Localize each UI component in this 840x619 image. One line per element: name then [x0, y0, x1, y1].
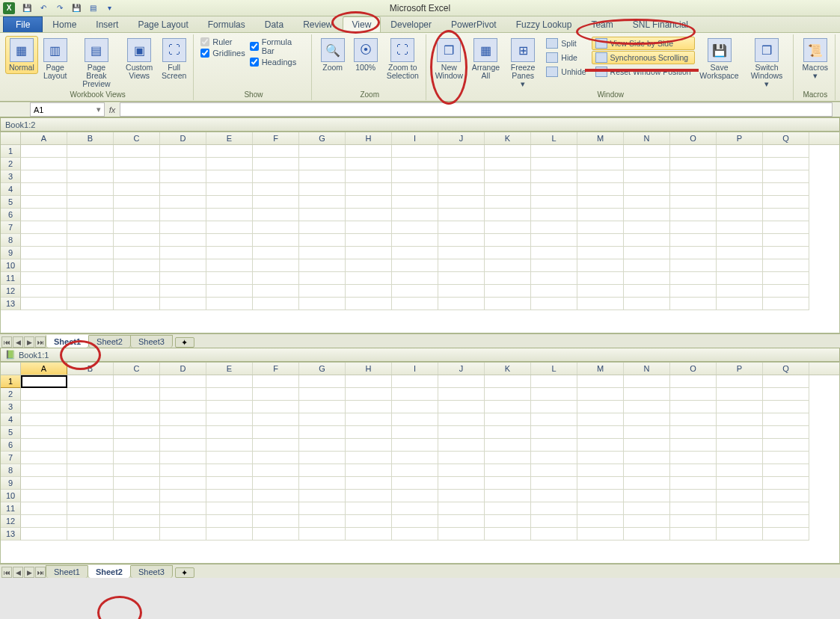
row-header-8[interactable]: 8 [1, 234, 21, 247]
tab-data[interactable]: Data [255, 16, 293, 32]
cell-Q5[interactable] [763, 426, 809, 439]
col-header-A[interactable]: A [21, 132, 67, 144]
cell-K13[interactable] [485, 298, 531, 310]
cell-L6[interactable] [531, 209, 577, 221]
cell-P3[interactable] [717, 401, 763, 413]
cell-I1[interactable] [392, 145, 438, 158]
reset-window-pos-button[interactable]: Reset Window Position [592, 65, 695, 78]
cell-D5[interactable] [160, 426, 206, 439]
sheet-tab-3b[interactable]: Sheet3 [130, 565, 173, 578]
cell-K1[interactable] [485, 375, 531, 388]
cell-F6[interactable] [253, 439, 299, 452]
cell-M4[interactable] [577, 413, 624, 426]
cell-A9[interactable] [21, 477, 67, 490]
cell-A13[interactable] [21, 528, 67, 541]
cell-H13[interactable] [346, 298, 392, 310]
cell-B1[interactable] [67, 375, 114, 388]
cell-A8[interactable] [21, 464, 67, 477]
cell-O2[interactable] [670, 158, 717, 170]
cell-D7[interactable] [160, 221, 206, 234]
cell-Q13[interactable] [763, 528, 809, 541]
cell-O9[interactable] [670, 477, 717, 490]
cell-M4[interactable] [577, 183, 624, 196]
cell-K6[interactable] [485, 209, 531, 221]
cell-M5[interactable] [577, 426, 624, 439]
cell-P1[interactable] [717, 145, 763, 158]
cell-Q11[interactable] [763, 272, 809, 285]
cell-L7[interactable] [531, 221, 577, 234]
cell-D3[interactable] [160, 401, 206, 413]
cell-H7[interactable] [346, 221, 392, 234]
cell-A4[interactable] [21, 183, 67, 196]
cell-P6[interactable] [717, 209, 763, 221]
cell-G6[interactable] [299, 209, 346, 221]
cell-N8[interactable] [624, 234, 670, 247]
col-header-J[interactable]: J [438, 363, 485, 375]
cell-M11[interactable] [577, 272, 624, 285]
cell-H11[interactable] [346, 272, 392, 285]
cell-J2[interactable] [438, 388, 485, 401]
cell-H5[interactable] [346, 196, 392, 209]
cell-O2[interactable] [670, 388, 717, 401]
cell-K2[interactable] [485, 388, 531, 401]
row-header-12[interactable]: 12 [1, 515, 21, 528]
cell-M1[interactable] [577, 375, 624, 388]
cell-L2[interactable] [531, 158, 577, 170]
tab-powerpivot[interactable]: PowerPivot [441, 16, 506, 32]
col-header-H[interactable]: H [346, 363, 392, 375]
cell-I8[interactable] [392, 464, 438, 477]
cell-G3[interactable] [299, 401, 346, 413]
cell-G9[interactable] [299, 247, 346, 259]
cell-E8[interactable] [206, 464, 253, 477]
col-header-L[interactable]: L [531, 363, 577, 375]
cell-P10[interactable] [717, 259, 763, 272]
cell-H2[interactable] [346, 388, 392, 401]
cell-H7[interactable] [346, 452, 392, 464]
cell-D12[interactable] [160, 515, 206, 528]
cell-Q4[interactable] [763, 413, 809, 426]
cell-Q2[interactable] [763, 158, 809, 170]
cell-I9[interactable] [392, 247, 438, 259]
cell-D1[interactable] [160, 375, 206, 388]
cell-L5[interactable] [531, 196, 577, 209]
cell-B7[interactable] [67, 452, 114, 464]
file-tab[interactable]: File [3, 16, 43, 32]
cell-Q11[interactable] [763, 502, 809, 515]
cell-K3[interactable] [485, 401, 531, 413]
cell-Q8[interactable] [763, 464, 809, 477]
cell-C9[interactable] [114, 247, 160, 259]
cell-F1[interactable] [253, 145, 299, 158]
cell-P11[interactable] [717, 502, 763, 515]
cell-O4[interactable] [670, 413, 717, 426]
cell-P9[interactable] [717, 477, 763, 490]
col-header-D[interactable]: D [160, 363, 206, 375]
cell-A9[interactable] [21, 247, 67, 259]
cell-L13[interactable] [531, 528, 577, 541]
cell-O1[interactable] [670, 375, 717, 388]
cell-E8[interactable] [206, 234, 253, 247]
cell-A4[interactable] [21, 413, 67, 426]
cell-F3[interactable] [253, 170, 299, 183]
cell-Q3[interactable] [763, 170, 809, 183]
cell-N8[interactable] [624, 464, 670, 477]
unhide-button[interactable]: Unhide [542, 65, 589, 78]
cell-A1[interactable] [21, 145, 67, 158]
cell-I6[interactable] [392, 439, 438, 452]
cell-G8[interactable] [299, 464, 346, 477]
cell-G11[interactable] [299, 272, 346, 285]
cell-M9[interactable] [577, 477, 624, 490]
cell-B10[interactable] [67, 490, 114, 502]
cell-P2[interactable] [717, 158, 763, 170]
col-header-A[interactable]: A [21, 363, 67, 375]
cell-H10[interactable] [346, 259, 392, 272]
cell-L7[interactable] [531, 452, 577, 464]
arrange-all-button[interactable]: ▦ArrangeAll [468, 36, 503, 82]
cell-E4[interactable] [206, 413, 253, 426]
cell-Q1[interactable] [763, 145, 809, 158]
cell-D11[interactable] [160, 502, 206, 515]
save-icon[interactable]: 💾 [19, 1, 34, 15]
cell-L1[interactable] [531, 145, 577, 158]
row-header-11[interactable]: 11 [1, 272, 21, 285]
cell-A10[interactable] [21, 259, 67, 272]
cell-M12[interactable] [577, 285, 624, 298]
